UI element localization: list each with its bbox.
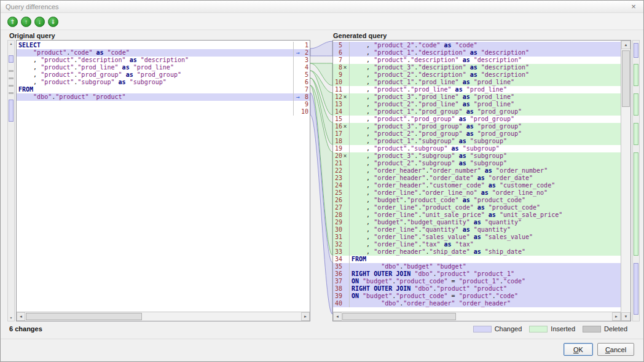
- code-line-12[interactable]: 12× , "product_3"."prod_line" as "prod_l…: [333, 93, 621, 101]
- ok-button[interactable]: OK: [564, 343, 593, 356]
- gutter-spacer: [295, 71, 300, 79]
- reject-change-icon[interactable]: ×: [342, 152, 348, 160]
- close-icon[interactable]: ×: [629, 2, 638, 11]
- code-line-19[interactable]: 19 , "product"."subgroup" as "subgroup": [333, 145, 621, 152]
- code-line-4[interactable]: , "product"."prod_line" as "prod_line"4: [17, 64, 310, 71]
- code-line-38[interactable]: 38RIGHT OUTER JOIN "dbo"."product" "prod…: [333, 285, 621, 293]
- scroll-left-icon[interactable]: ◄: [333, 312, 342, 321]
- first-difference-button[interactable]: ⇑: [7, 17, 18, 27]
- code-line-33[interactable]: 33 , "order_header"."ship_date" as "ship…: [333, 248, 621, 256]
- ruler-mark-mark[interactable]: [9, 70, 14, 72]
- generated-query-code[interactable]: 5 , "product_2"."code" as "code"6 , "pro…: [333, 41, 621, 312]
- scroll-down-icon[interactable]: ▼: [621, 312, 630, 321]
- code-line-6[interactable]: , "product"."subgroup" as "subgroup"6: [17, 79, 310, 86]
- ruler-mark-changed[interactable]: [634, 43, 638, 58]
- scroll-right-icon[interactable]: ►: [301, 312, 310, 321]
- reject-change-icon[interactable]: ×: [342, 64, 348, 71]
- code-line-5[interactable]: 5 , "product_2"."code" as "code": [333, 42, 621, 49]
- ruler-mark-inserted[interactable]: [634, 123, 638, 145]
- code-line-14[interactable]: 14 , "product_1"."prod_group" as "prod_g…: [333, 108, 621, 116]
- code-line-17[interactable]: 17 , "product_2"."prod_group" as "prod_g…: [333, 130, 621, 138]
- code-line-6[interactable]: 6 , "product_1"."description" as "descri…: [333, 49, 621, 57]
- scroll-down-icon[interactable]: ▼: [8, 315, 14, 321]
- right-hscrollbar[interactable]: ◄ ►: [333, 312, 621, 321]
- previous-difference-button[interactable]: ↑: [21, 17, 31, 27]
- code-line-36[interactable]: 36RIGHT OUTER JOIN "dbo"."product" "prod…: [333, 270, 621, 278]
- code-line-15[interactable]: 15 , "product"."prod_group" as "prod_gro…: [333, 116, 621, 123]
- code-line-37[interactable]: 37ON "budget"."product_code" = "product_…: [333, 278, 621, 285]
- code-line-32[interactable]: 32 , "order_line"."tax" as "tax": [333, 241, 621, 248]
- code-line-9[interactable]: 9: [17, 101, 310, 108]
- hscroll-thumb[interactable]: [342, 313, 456, 320]
- code-line-8[interactable]: "dbo"."product" "product"→8: [17, 93, 310, 101]
- code-line-16[interactable]: 16× , "product_3"."prod_group" as "prod_…: [333, 123, 621, 130]
- scroll-right-icon[interactable]: ►: [612, 312, 621, 321]
- code-line-25[interactable]: 25 , "order_line"."order_line_no" as "or…: [333, 189, 621, 197]
- code-line-11[interactable]: 11 , "product"."prod_line" as "prod_line…: [333, 86, 621, 93]
- left-overview-ruler[interactable]: ▲ ▼: [7, 40, 15, 321]
- code-line-10[interactable]: 10 , "product_1"."prod_line" as "prod_li…: [333, 79, 621, 86]
- left-ruler-track[interactable]: [8, 47, 14, 315]
- hscroll-track[interactable]: [25, 312, 301, 321]
- code-line-7[interactable]: FROM7: [17, 86, 310, 93]
- reject-change-icon[interactable]: ×: [342, 93, 348, 101]
- hscroll-thumb[interactable]: [26, 313, 142, 320]
- line-number: 15: [334, 116, 342, 123]
- code-line-21[interactable]: 21 , "product_2"."subgroup" as "subgroup…: [333, 160, 621, 167]
- code-line-18[interactable]: 18 , "product_1"."subgroup" as "subgroup…: [333, 138, 621, 145]
- code-line-35[interactable]: 35 "dbo"."budget" "budget": [333, 263, 621, 270]
- code-line-27[interactable]: 27 , "order_line"."product_code" as "pro…: [333, 204, 621, 211]
- code-line-24[interactable]: 24 , "order_header"."customer_code" as "…: [333, 182, 621, 189]
- hscroll-track[interactable]: [342, 312, 612, 321]
- code-line-1[interactable]: SELECT1: [17, 42, 310, 49]
- code-text: "product"."code" as "code": [17, 49, 293, 57]
- code-text: RIGHT OUTER JOIN "dbo"."product" "produc…: [350, 270, 621, 278]
- code-line-8[interactable]: 8× , "product_3"."description" as "descr…: [333, 64, 621, 71]
- right-vscrollbar[interactable]: ▲ ▼: [621, 41, 630, 321]
- ruler-mark-inserted[interactable]: [634, 152, 638, 256]
- code-line-31[interactable]: 31 , "order_line"."sales_value" as "sale…: [333, 234, 621, 241]
- code-line-30[interactable]: 30 , "order_line"."quantity" as "quantit…: [333, 226, 621, 234]
- code-line-2[interactable]: "product"."code" as "code"→2: [17, 49, 310, 57]
- last-difference-button[interactable]: ⇓: [48, 17, 58, 27]
- ruler-mark-changed[interactable]: [634, 263, 638, 315]
- scroll-left-icon[interactable]: ◄: [17, 312, 25, 321]
- code-line-7[interactable]: 7 , "product"."description" as "descript…: [333, 57, 621, 64]
- code-line-40[interactable]: 40 "dbo"."order_header" "order_header": [333, 300, 621, 307]
- ruler-mark-changed[interactable]: [9, 55, 14, 63]
- original-query-code[interactable]: SELECT1 "product"."code" as "code"→2 , "…: [17, 41, 310, 312]
- original-query-editor[interactable]: SELECT1 "product"."code" as "code"→2 , "…: [16, 40, 310, 321]
- cancel-button[interactable]: Cancel: [597, 343, 634, 356]
- code-line-26[interactable]: 26 , "budget"."product_code" as "product…: [333, 197, 621, 204]
- vscroll-thumb[interactable]: [622, 50, 630, 107]
- code-line-20[interactable]: 20× , "product_3"."subgroup" as "subgrou…: [333, 152, 621, 160]
- code-line-23[interactable]: 23 , "order_header"."order_date" as "ord…: [333, 175, 621, 182]
- code-line-3[interactable]: , "product"."description" as "descriptio…: [17, 57, 310, 64]
- ruler-mark-inserted[interactable]: [634, 64, 638, 86]
- diff-legend: ChangedInsertedDeleted: [473, 325, 627, 332]
- generated-query-editor[interactable]: 5 , "product_2"."code" as "code"6 , "pro…: [332, 40, 631, 321]
- code-line-9[interactable]: 9 , "product_2"."description" as "descri…: [333, 71, 621, 79]
- ruler-mark-mark[interactable]: [9, 85, 14, 87]
- code-line-28[interactable]: 28 , "order_line"."unit_sale_price" as "…: [333, 211, 621, 219]
- left-hscrollbar[interactable]: ◄ ►: [17, 312, 310, 321]
- code-line-29[interactable]: 29 , "budget"."budget_quantity" as "quan…: [333, 219, 621, 226]
- code-line-34[interactable]: 34FROM: [333, 256, 621, 263]
- scroll-up-icon[interactable]: ▲: [8, 41, 14, 47]
- code-line-10[interactable]: 10: [17, 108, 310, 116]
- code-line-13[interactable]: 13 , "product_2"."prod_line" as "prod_li…: [333, 101, 621, 108]
- reject-change-icon[interactable]: ×: [342, 123, 348, 130]
- diff-connector: [310, 40, 332, 321]
- code-line-5[interactable]: , "product"."prod_group" as "prod_group"…: [17, 71, 310, 79]
- scroll-up-icon[interactable]: ▲: [621, 41, 630, 49]
- right-overview-ruler[interactable]: [632, 40, 640, 321]
- next-difference-button[interactable]: ↓: [34, 17, 45, 27]
- ruler-mark-mark[interactable]: [9, 92, 14, 94]
- ruler-mark-inserted[interactable]: [634, 93, 638, 116]
- gutter-spacer: [342, 160, 348, 167]
- code-line-39[interactable]: 39ON "budget"."product_code" = "product"…: [333, 293, 621, 300]
- vscroll-track[interactable]: [621, 49, 630, 312]
- ruler-mark-mark[interactable]: [9, 77, 14, 79]
- ruler-mark-changed[interactable]: [9, 100, 14, 122]
- code-line-22[interactable]: 22 , "order_header"."order_number" as "o…: [333, 167, 621, 175]
